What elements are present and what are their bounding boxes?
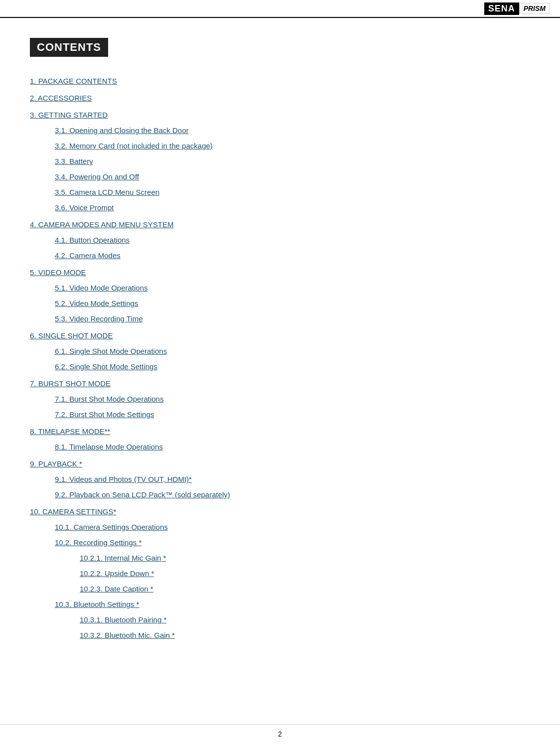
toc-item-item-10-2: 10.2. Recording Settings * (30, 535, 530, 550)
toc-item-item-5-1: 5.1. Video Mode Operations (30, 281, 530, 296)
toc-item-item-3-3: 3.3. Battery (30, 154, 530, 169)
toc-link-item-4-2[interactable]: 4.2. Camera Modes (55, 248, 121, 263)
toc-item-item-7-2: 7.2. Burst Shot Mode Settings (30, 407, 530, 422)
toc-item-item-8: 8. TIMELAPSE MODE** (30, 424, 530, 439)
toc-link-item-10-3[interactable]: 10.3. Bluetooth Settings * (55, 597, 139, 612)
toc-item-item-6-1: 6.1. Single Shot Mode Operations (30, 344, 530, 359)
toc-link-item-8[interactable]: 8. TIMELAPSE MODE** (30, 424, 110, 439)
toc-item-item-7: 7. BURST SHOT MODE (30, 376, 530, 391)
toc-link-item-10-2[interactable]: 10.2. Recording Settings * (55, 535, 141, 550)
toc-item-item-3-4: 3.4. Powering On and Off (30, 169, 530, 184)
toc-item-item-7-1: 7.1. Burst Shot Mode Operations (30, 392, 530, 407)
toc-item-item-9-2: 9.2. Playback on Sena LCD Pack™ (sold se… (30, 487, 530, 502)
toc-item-item-10-3-2: 10.3.2. Bluetooth Mic. Gain * (30, 628, 530, 643)
toc-link-item-6[interactable]: 6. SINGLE SHOT MODE (30, 328, 113, 343)
toc-item-item-3-5: 3.5. Camera LCD Menu Screen (30, 185, 530, 200)
toc-item-item-5: 5. VIDEO MODE (30, 265, 530, 280)
logo-sena: SENA (484, 2, 519, 15)
toc-link-item-8-1[interactable]: 8.1. Timelapse Mode Operations (55, 440, 163, 454)
toc-link-item-10-1[interactable]: 10.1. Camera Settings Operations (55, 520, 168, 535)
toc-link-item-5[interactable]: 5. VIDEO MODE (30, 265, 86, 280)
toc-link-item-7-2[interactable]: 7.2. Burst Shot Mode Settings (55, 407, 154, 422)
toc-link-item-3-4[interactable]: 3.4. Powering On and Off (55, 169, 139, 184)
toc-link-item-10-2-3[interactable]: 10.2.3. Date Caption * (80, 582, 153, 597)
toc-link-item-9-1[interactable]: 9.1. Videos and Photos (TV OUT, HDMI)* (55, 472, 192, 487)
toc-link-item-7-1[interactable]: 7.1. Burst Shot Mode Operations (55, 392, 163, 407)
toc-item-item-5-2: 5.2. Video Mode Settings (30, 296, 530, 311)
toc-item-item-4-1: 4.1. Button Operations (30, 233, 530, 248)
toc-link-item-3-1[interactable]: 3.1. Opening and Closing the Back Door (55, 123, 189, 138)
toc-item-item-10-3: 10.3. Bluetooth Settings * (30, 597, 530, 612)
toc-item-item-10-2-2: 10.2.2. Upside Down * (30, 566, 530, 581)
toc-container: 1. PACKAGE CONTENTS2. ACCESSORIES3. GETT… (30, 74, 530, 643)
toc-link-item-9-2[interactable]: 9.2. Playback on Sena LCD Pack™ (sold se… (55, 487, 230, 502)
toc-link-item-3-3[interactable]: 3.3. Battery (55, 154, 93, 169)
toc-link-item-10[interactable]: 10. CAMERA SETTINGS* (30, 504, 116, 519)
toc-link-item-4[interactable]: 4. CAMERA MODES AND MENU SYSTEM (30, 217, 173, 232)
toc-item-item-5-3: 5.3. Video Recording Time (30, 311, 530, 326)
toc-link-item-5-3[interactable]: 5.3. Video Recording Time (55, 311, 143, 326)
toc-link-item-7[interactable]: 7. BURST SHOT MODE (30, 376, 111, 391)
toc-item-item-10: 10. CAMERA SETTINGS* (30, 504, 530, 519)
toc-link-item-1[interactable]: 1. PACKAGE CONTENTS (30, 74, 117, 89)
main-content: CONTENTS 1. PACKAGE CONTENTS2. ACCESSORI… (0, 18, 560, 673)
toc-link-item-3-6[interactable]: 3.6. Voice Prompt (55, 200, 114, 215)
toc-item-item-6: 6. SINGLE SHOT MODE (30, 328, 530, 343)
toc-item-item-1: 1. PACKAGE CONTENTS (30, 74, 530, 89)
page-header: SENA PRISM (0, 0, 560, 18)
toc-item-item-10-3-1: 10.3.1. Bluetooth Pairing * (30, 612, 530, 627)
toc-link-item-10-2-1[interactable]: 10.2.1. Internal Mic Gain * (80, 551, 166, 566)
toc-link-item-6-1[interactable]: 6.1. Single Shot Mode Operations (55, 344, 167, 359)
toc-item-item-2: 2. ACCESSORIES (30, 91, 530, 106)
toc-link-item-3[interactable]: 3. GETTING STARTED (30, 108, 108, 123)
toc-link-item-5-1[interactable]: 5.1. Video Mode Operations (55, 281, 148, 296)
toc-link-item-9[interactable]: 9. PLAYBACK * (30, 456, 82, 471)
toc-item-item-4-2: 4.2. Camera Modes (30, 248, 530, 263)
page-footer: 2 (0, 725, 560, 738)
logo-area: SENA PRISM (484, 2, 550, 15)
page-number: 2 (278, 730, 282, 738)
toc-link-item-10-2-2[interactable]: 10.2.2. Upside Down * (80, 566, 154, 581)
toc-item-item-10-2-3: 10.2.3. Date Caption * (30, 582, 530, 597)
toc-item-item-9-1: 9.1. Videos and Photos (TV OUT, HDMI)* (30, 472, 530, 487)
toc-link-item-10-3-2[interactable]: 10.3.2. Bluetooth Mic. Gain * (80, 628, 175, 643)
toc-link-item-2[interactable]: 2. ACCESSORIES (30, 91, 92, 106)
toc-link-item-4-1[interactable]: 4.1. Button Operations (55, 233, 130, 248)
toc-link-item-10-3-1[interactable]: 10.3.1. Bluetooth Pairing * (80, 612, 166, 627)
toc-item-item-3-6: 3.6. Voice Prompt (30, 200, 530, 215)
toc-item-item-4: 4. CAMERA MODES AND MENU SYSTEM (30, 217, 530, 232)
toc-item-item-3-2: 3.2. Memory Card (not included in the pa… (30, 139, 530, 153)
toc-link-item-3-5[interactable]: 3.5. Camera LCD Menu Screen (55, 185, 159, 200)
toc-item-item-10-1: 10.1. Camera Settings Operations (30, 520, 530, 535)
toc-item-item-10-2-1: 10.2.1. Internal Mic Gain * (30, 551, 530, 566)
toc-link-item-3-2[interactable]: 3.2. Memory Card (not included in the pa… (55, 139, 213, 153)
toc-item-item-8-1: 8.1. Timelapse Mode Operations (30, 440, 530, 454)
toc-item-item-3: 3. GETTING STARTED (30, 108, 530, 123)
page-title: CONTENTS (30, 38, 108, 57)
toc-item-item-3-1: 3.1. Opening and Closing the Back Door (30, 123, 530, 138)
toc-item-item-6-2: 6.2. Single Shot Mode Settings (30, 359, 530, 374)
toc-link-item-6-2[interactable]: 6.2. Single Shot Mode Settings (55, 359, 157, 374)
toc-item-item-9: 9. PLAYBACK * (30, 456, 530, 471)
logo-prism: PRISM (519, 3, 550, 14)
toc-link-item-5-2[interactable]: 5.2. Video Mode Settings (55, 296, 138, 311)
